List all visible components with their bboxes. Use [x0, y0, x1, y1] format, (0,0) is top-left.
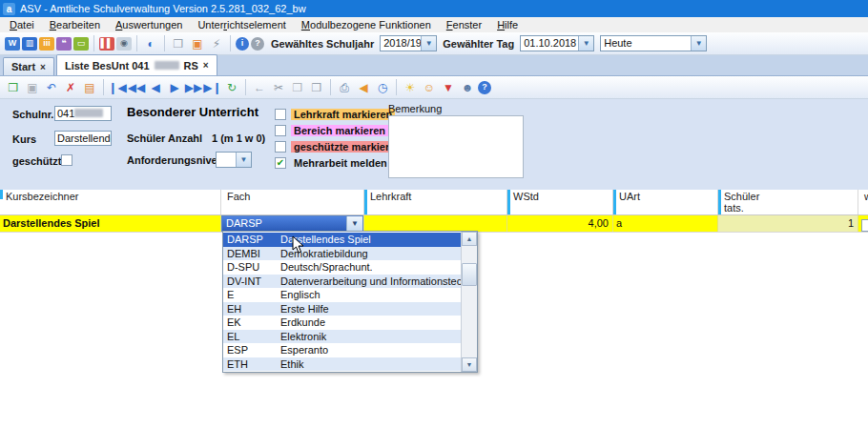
- chevron-down-icon[interactable]: ▼: [236, 153, 251, 167]
- nav-last-icon[interactable]: ▶❙: [204, 79, 221, 95]
- dropdown-option-ek[interactable]: EKErdkunde: [223, 316, 461, 330]
- back-arrow-icon[interactable]: ←: [251, 79, 268, 95]
- info-icon[interactable]: i: [236, 37, 249, 51]
- filter-user-icon[interactable]: ▼: [440, 79, 457, 95]
- fach-combobox-value: DARSP: [222, 216, 346, 231]
- menu-item-modulbezogene-funktionen[interactable]: Modulbezogene Funktionen: [294, 19, 439, 31]
- scroll-down-icon[interactable]: ▼: [462, 357, 477, 372]
- chat-bubble-icon[interactable]: ❝: [56, 37, 72, 51]
- nav-prev-fast-icon[interactable]: ◀◀: [128, 79, 145, 95]
- column-header-wstd[interactable]: WStd: [507, 190, 613, 214]
- bereich-markieren-checkbox[interactable]: [275, 125, 286, 136]
- nav-prev-icon[interactable]: ◀: [147, 79, 164, 95]
- menu-item-unterrichtselement[interactable]: Unterrichtselement: [190, 19, 293, 31]
- nav-first-icon[interactable]: ❙◀: [109, 79, 126, 95]
- chevron-down-icon[interactable]: ▼: [421, 36, 436, 51]
- menu-item-bearbeiten[interactable]: Bearbeiten: [42, 19, 108, 31]
- bemerkung-textarea[interactable]: [388, 115, 524, 178]
- globe-icon[interactable]: ◐: [142, 35, 159, 51]
- refresh-icon[interactable]: ↻: [223, 79, 240, 95]
- copy-icon[interactable]: ❒: [289, 79, 306, 95]
- dropdown-option-el[interactable]: ELElektronik: [223, 330, 461, 344]
- edit-table-icon[interactable]: ▤: [81, 79, 98, 95]
- undo-icon[interactable]: ↶: [43, 79, 60, 95]
- dropdown-option-esp[interactable]: ESPEsperanto: [223, 343, 461, 357]
- lightning-icon[interactable]: ⚡: [208, 35, 225, 51]
- cell-w[interactable]: [858, 215, 868, 232]
- geschuetzte-markieren-checkbox[interactable]: [275, 141, 286, 153]
- geschuetzt-checkbox[interactable]: [61, 154, 72, 166]
- anforderungsniveau-value: [217, 153, 236, 167]
- scrollbar-thumb[interactable]: [462, 263, 477, 286]
- schuljahr-select[interactable]: 2018/19 ▼: [380, 35, 437, 51]
- dropdown-scrollbar[interactable]: ▲ ▼: [461, 232, 477, 372]
- dropdown-option-e[interactable]: EEnglisch: [223, 288, 461, 302]
- tab-liste-besunt[interactable]: Liste BesUnt 041 RS ×: [56, 54, 217, 75]
- people-group-icon[interactable]: iii: [39, 37, 54, 51]
- board-icon[interactable]: ▭: [73, 37, 89, 51]
- print-icon[interactable]: ⎙: [336, 79, 353, 95]
- column-header-schueler-tats[interactable]: Schüler tats.: [718, 190, 858, 214]
- pages-icon[interactable]: ❒: [170, 35, 187, 51]
- add-user-icon[interactable]: ☺: [421, 79, 438, 95]
- user-chat-icon[interactable]: ☻: [459, 79, 476, 95]
- chevron-down-icon[interactable]: ▼: [346, 216, 362, 231]
- close-icon[interactable]: ×: [203, 60, 209, 71]
- schulnr-field[interactable]: 041: [54, 106, 112, 121]
- tag-preset-select[interactable]: Heute ▼: [600, 35, 707, 51]
- mehrarbeit-melden-checkbox[interactable]: ✔: [275, 157, 286, 169]
- cell-uart[interactable]: a: [613, 215, 718, 232]
- column-header-lehrkraft[interactable]: Lehrkraft: [364, 190, 507, 214]
- cut-icon[interactable]: ✂: [270, 79, 287, 95]
- cell-lehrkraft[interactable]: [364, 215, 507, 232]
- chevron-down-icon[interactable]: ▼: [691, 36, 706, 51]
- camera-icon[interactable]: ◉: [116, 37, 132, 51]
- nav-next-fast-icon[interactable]: ▶▶: [185, 79, 202, 95]
- hint-lightbulb-icon[interactable]: ☀: [402, 79, 419, 95]
- paste-icon[interactable]: ❒: [308, 79, 325, 95]
- dropdown-option-dv-int[interactable]: DV-INTDatenverarbeitung und Informations…: [223, 275, 461, 289]
- option-label: Ethik: [280, 358, 461, 370]
- chevron-down-icon[interactable]: ▼: [578, 36, 593, 51]
- tag-select[interactable]: 01.10.2018 ▼: [520, 35, 594, 51]
- scrollbar-track[interactable]: [462, 246, 477, 357]
- alarm-clock-icon[interactable]: ◷: [374, 79, 391, 95]
- fach-combobox[interactable]: DARSP ▼: [221, 215, 363, 232]
- anforderungsniveau-select[interactable]: ▼: [216, 152, 252, 168]
- cell-fach[interactable]: DARSP ▼: [221, 215, 364, 232]
- menu-item-hilfe[interactable]: Hilfe: [489, 19, 526, 31]
- menu-item-datei[interactable]: Datei: [2, 19, 42, 31]
- books-icon[interactable]: ▌▌: [99, 37, 114, 51]
- kurs-field[interactable]: Darstellende: [54, 131, 112, 146]
- monitor-icon[interactable]: ▥: [22, 37, 37, 51]
- column-header-uart[interactable]: UArt: [613, 190, 718, 214]
- help-icon[interactable]: ?: [251, 37, 264, 51]
- window-task-icon[interactable]: ▣: [189, 35, 206, 51]
- menu-item-auswertungen[interactable]: Auswertungen: [108, 19, 190, 31]
- column-header-fach[interactable]: Fach: [221, 190, 364, 214]
- menu-item-fenster[interactable]: Fenster: [439, 19, 489, 31]
- nav-next-icon[interactable]: ▶: [166, 79, 183, 95]
- module-w-icon[interactable]: W: [5, 37, 20, 51]
- cell-kursbezeichner[interactable]: Darstellendes Spiel: [0, 215, 221, 232]
- cell-schueler-tats[interactable]: 1: [718, 215, 858, 232]
- cell-wstd[interactable]: 4,00: [507, 215, 613, 232]
- option-label: Demokratiebildung: [280, 248, 461, 259]
- w-checkbox[interactable]: [861, 219, 868, 232]
- lehrkraft-markieren-checkbox[interactable]: [275, 109, 286, 120]
- column-header-w[interactable]: w: [858, 190, 868, 214]
- delete-icon[interactable]: ✗: [62, 79, 79, 95]
- dropdown-option-eth[interactable]: ETHEthik: [223, 357, 461, 372]
- save-icon[interactable]: ▣: [24, 79, 41, 95]
- column-header-kursbezeichner[interactable]: Kursbezeichner: [0, 190, 221, 214]
- tab-start[interactable]: Start ×: [3, 57, 54, 75]
- dropdown-option-darsp[interactable]: DARSPDarstellendes Spiel: [223, 233, 461, 247]
- scroll-up-icon[interactable]: ▲: [462, 232, 477, 246]
- dropdown-option-d-spu[interactable]: D-SPUDeutsch/Sprachunt.: [223, 260, 461, 275]
- announce-horn-icon[interactable]: ◀: [355, 79, 372, 95]
- help-round-icon[interactable]: ?: [478, 81, 491, 94]
- dropdown-option-eh[interactable]: EHErste Hilfe: [223, 302, 461, 316]
- new-record-icon[interactable]: ❒: [5, 79, 22, 95]
- dropdown-option-dembi[interactable]: DEMBIDemokratiebildung: [223, 247, 461, 261]
- close-icon[interactable]: ×: [40, 62, 46, 72]
